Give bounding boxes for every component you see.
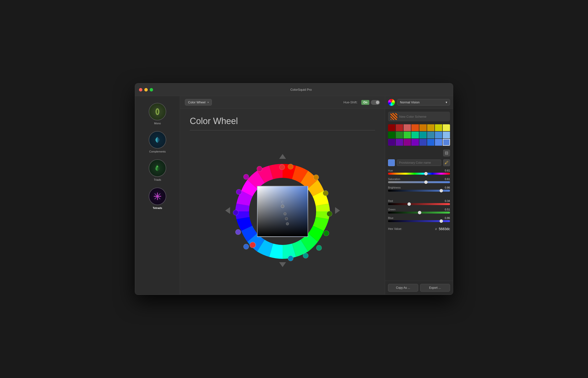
palette-cell[interactable] [396, 132, 403, 138]
sat-slider-track[interactable] [388, 181, 450, 183]
scheme-stripe-icon [390, 113, 397, 120]
scheme-name-input[interactable] [399, 115, 447, 119]
sidebar-item-tetrads[interactable]: Tetrads [135, 186, 180, 211]
window-title: ColorSquid Pro [153, 88, 449, 92]
right-panel-header: Normal Vision ▾ [385, 96, 453, 109]
wheel-dot-13[interactable] [257, 166, 262, 172]
wheel-dot-red[interactable] [250, 242, 256, 248]
palette-cell[interactable] [388, 124, 395, 131]
bright-slider-track[interactable] [388, 190, 450, 192]
nav-left-arrow[interactable] [224, 206, 231, 216]
green-slider-track[interactable] [388, 212, 450, 214]
bright-slider-header: Brightness 0.86 [388, 186, 450, 189]
palette-cell[interactable] [388, 139, 395, 146]
palette-cell[interactable] [419, 132, 427, 138]
vision-select[interactable]: Normal Vision ▾ [397, 99, 450, 106]
bright-label: Brightness [388, 186, 401, 189]
blue-slider-row: Blue 0.86 [388, 216, 450, 222]
palette-cell[interactable] [419, 139, 427, 146]
palette-cell[interactable] [435, 139, 442, 146]
wheel-dot-1[interactable] [280, 164, 285, 170]
wheel-dot-12[interactable] [243, 174, 249, 179]
close-button[interactable] [139, 88, 142, 92]
blue-label: Blue [388, 216, 393, 219]
red-slider-row: Red 0.34 [388, 200, 450, 205]
hue-slider-thumb[interactable] [424, 172, 428, 176]
svg-marker-11 [335, 207, 340, 214]
blue-slider-thumb[interactable] [440, 219, 443, 223]
randomize-button[interactable]: ⚄ [443, 149, 450, 156]
wheel-dot-8[interactable] [303, 253, 308, 258]
palette-cell[interactable] [404, 139, 411, 146]
app-window: ColorSquid Pro Mono [135, 83, 453, 295]
hue-label: Hue [388, 169, 393, 172]
nav-down-arrow[interactable] [278, 261, 287, 270]
wheel-dot-10[interactable] [233, 210, 238, 215]
wheel-dot-6[interactable] [324, 230, 329, 236]
palette-cell[interactable] [443, 132, 450, 138]
sat-label: Saturation [388, 177, 400, 180]
sat-slider-thumb[interactable] [424, 180, 428, 184]
sidebar-item-mono[interactable]: Mono [135, 101, 180, 127]
vision-label: Normal Vision [400, 100, 420, 104]
palette-cell[interactable] [443, 124, 450, 131]
palette-cell[interactable] [388, 132, 395, 138]
sidebar-item-triads[interactable]: Triads [135, 157, 180, 183]
palette-cell[interactable] [427, 139, 435, 146]
wheel-dot-11[interactable] [236, 189, 242, 195]
mode-dropdown[interactable]: Color Wheel ▾ [185, 99, 212, 106]
traffic-lights [139, 88, 153, 92]
palette-cell[interactable] [396, 124, 403, 131]
wheel-dot-5[interactable] [327, 211, 332, 216]
palette-cell[interactable] [435, 132, 442, 138]
hue-shift-label: Hue-Shift: [344, 100, 358, 104]
picker-c-label: C [281, 200, 284, 204]
color-content: Color Wheel [180, 109, 385, 295]
eyedropper-button[interactable]: 🖊 [443, 159, 450, 166]
green-slider-thumb[interactable] [418, 211, 421, 214]
nav-right-arrow[interactable] [334, 206, 341, 216]
nav-up-arrow[interactable] [278, 153, 287, 162]
copy-as-button[interactable]: Copy As ... [388, 284, 418, 292]
palette-cell[interactable] [435, 124, 442, 131]
toggle-on-label[interactable]: On [361, 100, 369, 105]
palette-cell[interactable] [427, 132, 435, 138]
palette-cell[interactable] [411, 139, 419, 146]
color-name-input[interactable] [397, 160, 441, 166]
palette-cell[interactable] [411, 132, 419, 138]
palette-cell[interactable] [419, 124, 427, 131]
palette-cell[interactable] [404, 124, 411, 131]
wheel-dot-4[interactable] [323, 190, 328, 196]
svg-marker-8 [279, 154, 286, 159]
palette-cell[interactable] [427, 124, 435, 131]
wheel-dot-7[interactable] [316, 245, 322, 251]
palette-cell-selected[interactable] [443, 139, 450, 146]
blue-slider-track[interactable] [388, 220, 450, 222]
hex-value[interactable]: 5683dc [439, 227, 450, 231]
spacer [388, 195, 450, 197]
wheel-dot-9[interactable] [288, 256, 293, 261]
palette-cell[interactable] [396, 139, 403, 146]
svg-marker-9 [279, 262, 286, 267]
export-button[interactable]: Export ... [420, 284, 450, 292]
hue-slider-track[interactable] [388, 173, 450, 175]
minimize-button[interactable] [144, 88, 148, 92]
hue-shift-toggle[interactable] [371, 100, 380, 105]
fullscreen-button[interactable] [150, 88, 153, 92]
palette-cell[interactable] [404, 132, 411, 138]
hex-label: Hex Value: [388, 227, 433, 230]
hue-value: 0.61 [445, 169, 450, 172]
wheel-dot-14[interactable] [243, 244, 249, 249]
color-swatch [388, 159, 395, 166]
red-slider-track[interactable] [388, 203, 450, 205]
right-panel-body: ⚄ 🖊 Hue 0.61 [385, 109, 453, 281]
wheel-dot-15[interactable] [235, 230, 241, 235]
palette-cell[interactable] [411, 124, 419, 131]
wheel-dot-2[interactable] [288, 164, 293, 169]
color-picker-square[interactable]: C [257, 186, 308, 237]
sidebar-item-complements[interactable]: Complements [135, 129, 180, 155]
red-slider-thumb[interactable] [408, 202, 411, 206]
bright-slider-thumb[interactable] [440, 189, 443, 192]
svg-point-7 [156, 195, 158, 197]
wheel-dot-3[interactable] [313, 175, 319, 180]
